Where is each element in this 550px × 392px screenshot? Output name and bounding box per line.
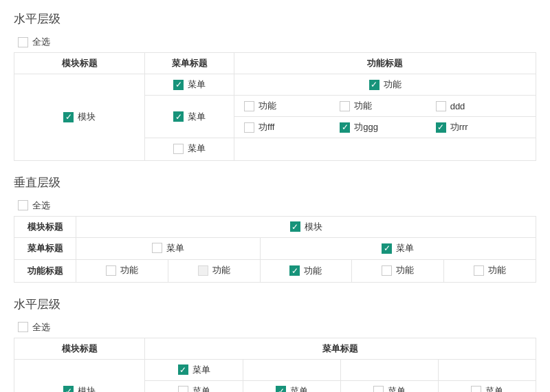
func-checkbox[interactable]: ✓功ggg — [337, 121, 432, 133]
menu-label: 菜单 — [188, 78, 206, 91]
checkbox-icon — [244, 101, 254, 111]
section3-title: 水平层级 — [14, 296, 536, 312]
func-grid: 功fff ✓功ggg ✓功rrr — [241, 121, 529, 133]
menu-label: 菜单 — [192, 385, 210, 393]
select-all-label: 全选 — [32, 36, 50, 48]
func-label: 功能 — [120, 264, 138, 276]
func-checkbox[interactable]: ddd — [433, 100, 529, 112]
checkbox-icon: ✓ — [63, 112, 74, 122]
func-label: 功能 — [396, 264, 414, 276]
menu-checkbox[interactable]: ✓菜单 — [276, 385, 308, 393]
checkbox-icon — [152, 243, 162, 253]
checkbox-icon — [340, 101, 350, 111]
checkbox-icon — [471, 386, 481, 392]
func-label: 功能 — [258, 100, 276, 112]
section2-select-all[interactable]: 全选 — [14, 197, 536, 216]
row-header-func: 功能标题 — [14, 260, 76, 283]
func-checkbox[interactable]: 功能 — [198, 264, 230, 276]
func-label: 功能 — [488, 264, 506, 276]
func-checkbox[interactable]: 功能 — [241, 100, 337, 112]
section2-table: 模块标题 ✓ 模块 菜单标题 菜单 — [14, 216, 536, 283]
checkbox-icon: ✓ — [290, 221, 300, 232]
header-module: 模块标题 — [14, 338, 145, 359]
section3-table: 模块标题 菜单标题 ✓ 模块 ✓菜单 — [14, 338, 536, 393]
menu-checkbox[interactable]: 菜单 — [471, 385, 503, 393]
func-checkbox[interactable]: 功能 — [382, 264, 414, 276]
module-label: 模块 — [305, 221, 322, 233]
module-checkbox[interactable]: ✓ 模块 — [290, 221, 322, 233]
module-checkbox[interactable]: ✓ 模块 — [63, 385, 96, 393]
menu-checkbox[interactable]: 菜单 — [152, 242, 184, 254]
func-checkbox[interactable]: 功fff — [241, 121, 337, 133]
checkbox-icon: ✓ — [382, 243, 392, 254]
section1-table: 模块标题 菜单标题 功能标题 ✓ 模块 ✓ 菜单 — [14, 52, 536, 161]
menu-label: 菜单 — [388, 385, 406, 393]
checkbox-icon: ✓ — [369, 80, 380, 90]
menu-checkbox[interactable]: ✓ 菜单 — [173, 78, 206, 91]
checkbox-icon: ✓ — [173, 80, 184, 90]
header-menu: 菜单标题 — [145, 338, 536, 359]
row-header-menu: 菜单标题 — [14, 237, 76, 260]
section-vertical: 垂直层级 全选 模块标题 ✓ 模块 菜单标题 菜 — [14, 175, 536, 283]
section2-title: 垂直层级 — [14, 175, 536, 190]
checkbox-icon: ✓ — [63, 386, 74, 392]
menu-label: 菜单 — [188, 111, 206, 123]
checkbox-icon: ✓ — [340, 122, 350, 133]
header-module: 模块标题 — [14, 53, 145, 74]
func-checkbox[interactable]: ✓功能 — [289, 265, 322, 277]
checkbox-icon — [474, 265, 484, 276]
select-all-label: 全选 — [32, 199, 50, 212]
func-label: 功ggg — [354, 121, 378, 133]
checkbox-icon: ✓ — [173, 111, 184, 122]
menu-label: 菜单 — [188, 142, 206, 155]
checkbox-icon — [198, 265, 208, 276]
menu-label: 菜单 — [485, 385, 503, 393]
checkbox-icon — [436, 101, 446, 111]
func-label: 功rrr — [450, 121, 468, 133]
menu-checkbox[interactable]: 菜单 — [178, 385, 210, 393]
section-horizontal-1: 水平层级 全选 模块标题 菜单标题 功能标题 ✓ 模块 — [14, 11, 536, 161]
checkbox-icon: ✓ — [178, 364, 188, 375]
module-label: 模块 — [78, 385, 96, 393]
checkbox-icon: ✓ — [289, 265, 300, 276]
table-row: ✓ 模块 ✓菜单 — [14, 359, 536, 380]
func-label: 功能 — [304, 265, 322, 277]
func-checkbox[interactable]: 功能 — [106, 264, 138, 276]
menu-label: 菜单 — [192, 364, 210, 376]
menu-label: 菜单 — [290, 385, 308, 393]
menu-checkbox[interactable]: 菜单 — [373, 385, 406, 393]
func-checkbox[interactable]: 功能 — [337, 100, 432, 112]
func-checkbox[interactable]: ✓ 功能 — [369, 78, 402, 91]
func-checkbox[interactable]: 功能 — [474, 264, 506, 276]
checkbox-icon: ✓ — [276, 386, 286, 392]
module-checkbox[interactable]: ✓ 模块 — [63, 111, 96, 123]
row-header-module: 模块标题 — [14, 216, 76, 237]
section1-select-all[interactable]: 全选 — [14, 34, 536, 52]
table-row: 功能标题 功能 功能 ✓功能 功能 功能 — [14, 260, 536, 283]
checkbox-icon: ✓ — [436, 122, 446, 133]
section1-title: 水平层级 — [14, 11, 536, 27]
section3-select-all[interactable]: 全选 — [14, 319, 536, 338]
module-label: 模块 — [78, 111, 96, 123]
menu-checkbox[interactable]: 菜单 — [173, 142, 206, 155]
section-horizontal-2: 水平层级 全选 模块标题 菜单标题 ✓ 模块 ✓菜单 — [14, 296, 536, 393]
menu-checkbox[interactable]: ✓ 菜单 — [382, 242, 414, 254]
menu-checkbox[interactable]: ✓ 菜单 — [173, 111, 206, 123]
checkbox-icon — [173, 144, 184, 154]
checkbox-icon — [18, 322, 28, 332]
checkbox-icon — [178, 386, 188, 392]
menu-checkbox[interactable]: ✓菜单 — [178, 364, 210, 376]
table-row: 菜单标题 菜单 ✓ 菜单 — [14, 237, 536, 260]
func-label: 功能 — [384, 78, 402, 91]
func-grid: 功能 功能 ddd — [241, 100, 529, 112]
checkbox-icon — [244, 122, 254, 133]
func-label: 功fff — [258, 121, 274, 133]
func-label: ddd — [450, 101, 465, 111]
func-label: 功能 — [212, 264, 230, 276]
checkbox-icon — [373, 386, 384, 392]
header-menu: 菜单标题 — [145, 53, 234, 74]
func-checkbox[interactable]: ✓功rrr — [433, 121, 529, 133]
table-row: 模块标题 ✓ 模块 — [14, 216, 536, 237]
checkbox-icon — [382, 265, 392, 276]
checkbox-icon — [18, 37, 28, 47]
